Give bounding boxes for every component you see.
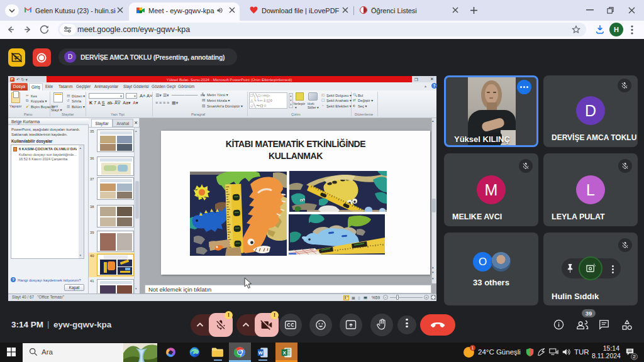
svg-text:W: W [258, 350, 264, 356]
svg-text:H: H [239, 350, 242, 354]
svg-text:X: X [283, 350, 286, 356]
